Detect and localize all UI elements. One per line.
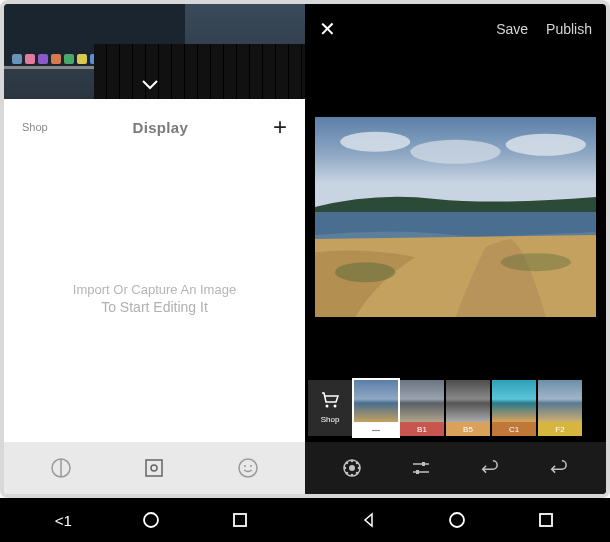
svg-rect-2 bbox=[146, 460, 162, 476]
import-placeholder[interactable]: Import Or Capture An Image To Start Edit… bbox=[4, 155, 305, 442]
sliders-icon[interactable] bbox=[410, 457, 432, 479]
shop-link[interactable]: Shop bbox=[22, 121, 48, 133]
svg-point-9 bbox=[410, 140, 500, 164]
svg-point-15 bbox=[334, 405, 337, 408]
svg-rect-33 bbox=[540, 514, 552, 526]
svg-point-10 bbox=[506, 134, 586, 156]
import-hint-2: To Start Editing It bbox=[101, 299, 208, 315]
filter-label: — bbox=[354, 422, 398, 436]
right-panel: ✕ Save Publish bbox=[305, 4, 606, 494]
android-nav-bar: <1 bbox=[0, 498, 610, 542]
filter-tile-—[interactable]: — bbox=[354, 380, 398, 436]
image-preview[interactable] bbox=[305, 54, 606, 380]
filter-shop-label: Shop bbox=[321, 415, 340, 424]
album-header: Shop Display + bbox=[4, 99, 305, 155]
svg-rect-7 bbox=[315, 117, 596, 212]
nav-back-left[interactable]: <1 bbox=[55, 512, 72, 529]
filter-thumb bbox=[354, 380, 398, 422]
chevron-down-icon[interactable] bbox=[142, 76, 158, 94]
close-icon[interactable]: ✕ bbox=[319, 17, 336, 41]
add-button[interactable]: + bbox=[273, 113, 287, 141]
filter-tile-C1[interactable]: C1 bbox=[492, 380, 536, 436]
background-preview bbox=[4, 4, 305, 99]
svg-point-21 bbox=[357, 467, 360, 470]
publish-button[interactable]: Publish bbox=[546, 21, 592, 37]
nav-home-left[interactable] bbox=[141, 510, 161, 530]
svg-point-23 bbox=[355, 472, 358, 475]
face-icon[interactable] bbox=[237, 457, 259, 479]
import-hint-1: Import Or Capture An Image bbox=[73, 282, 236, 297]
filter-strip: Shop —B1B5C1F2 bbox=[305, 380, 606, 442]
filter-thumb bbox=[538, 380, 582, 422]
filter-thumb bbox=[492, 380, 536, 422]
nav-back-right[interactable] bbox=[359, 510, 379, 530]
filter-thumb bbox=[446, 380, 490, 422]
svg-point-20 bbox=[343, 467, 346, 470]
svg-point-25 bbox=[345, 472, 348, 475]
filter-label: C1 bbox=[492, 422, 536, 436]
nav-home-right[interactable] bbox=[447, 510, 467, 530]
svg-point-3 bbox=[151, 465, 157, 471]
editor-toolbar bbox=[305, 442, 606, 494]
filter-shop-tile[interactable]: Shop bbox=[308, 380, 352, 436]
svg-point-30 bbox=[144, 513, 158, 527]
filter-tile-B1[interactable]: B1 bbox=[400, 380, 444, 436]
svg-point-22 bbox=[345, 462, 348, 465]
nav-recent-right[interactable] bbox=[536, 510, 556, 530]
svg-rect-31 bbox=[234, 514, 246, 526]
svg-point-14 bbox=[326, 405, 329, 408]
svg-point-12 bbox=[335, 262, 395, 282]
editor-header: ✕ Save Publish bbox=[305, 4, 606, 54]
svg-rect-29 bbox=[416, 470, 419, 474]
camera-icon[interactable] bbox=[143, 457, 165, 479]
filter-thumb bbox=[400, 380, 444, 422]
left-panel: Shop Display + Import Or Capture An Imag… bbox=[4, 4, 305, 494]
left-toolbar bbox=[4, 442, 305, 494]
svg-point-4 bbox=[239, 459, 257, 477]
svg-point-8 bbox=[340, 132, 410, 152]
svg-point-18 bbox=[350, 460, 353, 463]
save-button[interactable]: Save bbox=[496, 21, 528, 37]
nav-recent-left[interactable] bbox=[230, 510, 250, 530]
display-title[interactable]: Display bbox=[133, 119, 188, 136]
filter-label: B5 bbox=[446, 422, 490, 436]
svg-point-13 bbox=[501, 253, 571, 271]
filter-tile-B5[interactable]: B5 bbox=[446, 380, 490, 436]
svg-rect-28 bbox=[422, 462, 425, 466]
presets-wheel-icon[interactable] bbox=[341, 457, 363, 479]
svg-point-32 bbox=[450, 513, 464, 527]
svg-point-19 bbox=[350, 474, 353, 477]
svg-point-5 bbox=[244, 465, 246, 467]
svg-point-17 bbox=[349, 465, 355, 471]
filter-label: B1 bbox=[400, 422, 444, 436]
presets-icon[interactable] bbox=[50, 457, 72, 479]
cart-icon bbox=[321, 392, 339, 412]
redo-icon[interactable] bbox=[548, 457, 570, 479]
undo-icon[interactable] bbox=[479, 457, 501, 479]
svg-point-24 bbox=[355, 462, 358, 465]
filter-label: F2 bbox=[538, 422, 582, 436]
filter-tile-F2[interactable]: F2 bbox=[538, 380, 582, 436]
svg-point-6 bbox=[250, 465, 252, 467]
